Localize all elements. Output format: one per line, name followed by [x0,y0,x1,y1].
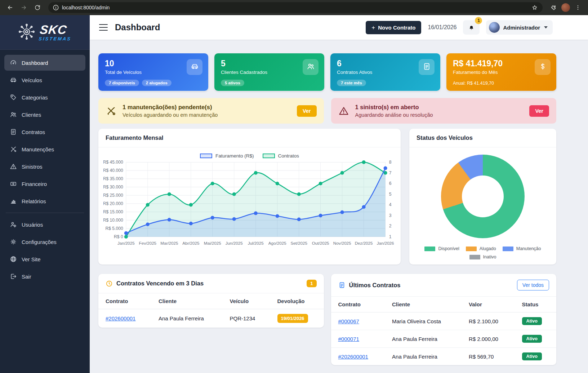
status-cell: Ativo [515,330,556,348]
monthly-revenue-card: Faturamento Mensal Faturamento (R$)Contr… [98,129,401,265]
reload-icon[interactable] [32,2,43,13]
svg-text:3: 3 [389,213,392,218]
sidebar-item-clientes[interactable]: Clientes [4,107,85,123]
view-all-button[interactable]: Ver todos [517,280,549,290]
sidebar-item-categorias[interactable]: Categorias [4,89,85,105]
document-icon [338,281,346,289]
sidebar-item-dashboard[interactable]: Dashboard [4,55,85,71]
sidebar-toggle-icon[interactable] [99,24,108,31]
sidebar-item-manutencoes[interactable]: Manutenções [4,141,85,157]
charts-row: Faturamento Mensal Faturamento (R$)Contr… [98,129,556,265]
svg-text:R$ 40.000: R$ 40.000 [103,168,123,173]
sidebar-item-configuracoes[interactable]: Configurações [4,234,85,250]
donut-legend-swatch [503,247,513,251]
app-logo[interactable]: SKC SISTEMAS [0,15,90,50]
url-text: localhost:8000/admin [62,5,110,10]
svg-text:R$ 10.000: R$ 10.000 [103,218,123,223]
new-contract-button[interactable]: + Novo Contrato [366,21,421,34]
column-header: Status [515,297,556,312]
stat-badges: 7 disponíveis2 alugados [105,80,202,86]
sidebar-item-usuarios[interactable]: Usuários [4,217,85,232]
svg-text:2: 2 [389,223,392,228]
sidebar-item-label: Dashboard [22,60,48,66]
contract-link[interactable]: #000067 [338,318,359,324]
sidebar-item-label: Configurações [22,239,57,245]
table-row: #000071Ana Paula FerreiraR$ 2.000,00Ativ… [331,330,557,348]
return-cell: 19/01/2026 [270,309,324,328]
client-cell: Ana Paula Ferreira [151,309,223,328]
address-bar[interactable]: localhost:8000/admin [48,2,543,13]
stat-icon-box [187,59,202,75]
sidebar-item-label: Contratos [22,129,45,135]
donut-legend-item: Disponível [424,246,459,251]
user-menu[interactable]: Administrador [486,20,553,35]
table-row: #000067Maria Oliveira CostaR$ 2.100,00At… [331,312,557,330]
sidebar-item-label: Sinistros [22,164,43,170]
browser-profile-avatar[interactable] [561,3,570,12]
forward-icon[interactable] [18,2,30,13]
svg-text:Ago/2025: Ago/2025 [268,241,286,245]
donut-legend-label: Manutenção [516,246,541,251]
chevron-down-icon [544,26,548,28]
svg-text:1: 1 [389,234,392,239]
tables-row: Contratos Vencendo em 3 Dias 1 ContratoC… [98,274,556,365]
column-header: Veículo [223,293,270,309]
legend-swatch [200,154,212,158]
vehicle-status-donut [441,155,525,238]
expiring-contracts-table: ContratoClienteVeículoDevolução #2026000… [98,293,324,328]
svg-text:R$ 15.000: R$ 15.000 [103,209,123,214]
svg-text:R$ 0: R$ 0 [114,234,123,239]
stat-sub: Anual: R$ 41.419,70 [453,81,550,86]
topbar-actions: + Novo Contrato 16/01/2026 1 Administrad… [366,20,553,35]
vehicle-cell: PQR-1234 [223,309,270,328]
latest-contracts-table: ContratoClienteValorStatus #000067Maria … [331,297,557,365]
sidebar-item-ver-site[interactable]: Ver Site [4,251,85,267]
sidebar: SKC SISTEMAS DashboardVeículosCategorias… [0,15,90,373]
status-cell: Ativo [515,312,556,330]
legend-label: Contratos [278,153,299,159]
extensions-icon[interactable] [548,2,559,13]
sidebar-item-relatorios[interactable]: Relatórios [4,193,85,209]
donut-legend-label: Alugado [480,246,496,251]
sidebar-item-label: Veículos [22,77,42,83]
svg-text:Jul/2025: Jul/2025 [248,241,264,245]
svg-text:R$ 35.000: R$ 35.000 [103,176,123,181]
logo-primary: SKC [39,23,74,36]
alert-view-button[interactable]: Ver [529,105,549,117]
alert-title: 1 manutenção(ões) pendente(s) [122,104,218,111]
svg-text:5: 5 [389,192,392,197]
status-badge: Ativo [522,352,542,360]
browser-menu-icon[interactable] [572,2,584,13]
notifications-button[interactable]: 1 [463,20,480,35]
sidebar-divider [6,213,84,213]
bookmark-star-icon[interactable] [531,4,538,11]
svg-text:Jan/2025: Jan/2025 [117,241,135,245]
site-info-icon[interactable] [53,4,59,11]
stat-badge: 7 este mês [337,80,366,86]
legend-item: Contratos [263,153,299,159]
contract-link[interactable]: #000071 [338,336,359,342]
contract-link[interactable]: #202600001 [106,315,135,321]
alert-warning: 1 manutenção(ões) pendente(s)Veículos ag… [98,98,324,124]
stat-icon-box [303,59,318,75]
stat-badges: 7 este mês [337,80,434,86]
back-icon[interactable] [4,2,16,13]
sidebar-item-sinistros[interactable]: Sinistros [4,159,85,174]
users-icon [10,111,17,118]
alert-subtitle: Aguardando análise ou resolução [355,112,433,118]
sidebar-item-contratos[interactable]: Contratos [4,124,85,140]
svg-text:Abr/2025: Abr/2025 [182,241,199,245]
stat-badge: 5 ativos [221,80,244,86]
alert-danger: 1 sinistro(s) em abertoAguardando anális… [331,98,557,124]
alerts-row: 1 manutenção(ões) pendente(s)Veículos ag… [98,98,556,124]
gear-icon [10,238,17,245]
monthly-revenue-body: Faturamento (R$)Contratos R$ 0R$ 5.000R$… [98,147,401,259]
alert-view-button[interactable]: Ver [297,105,317,117]
contract-link[interactable]: #202600001 [338,354,368,360]
sidebar-item-veiculos[interactable]: Veículos [4,72,85,88]
sidebar-item-sair[interactable]: Sair [4,268,85,284]
value-cell: R$ 2.100,00 [462,312,514,330]
status-badge: Ativo [522,335,542,343]
value-cell: R$ 2.000,00 [462,330,514,348]
sidebar-item-financeiro[interactable]: Financeiro [4,176,85,192]
